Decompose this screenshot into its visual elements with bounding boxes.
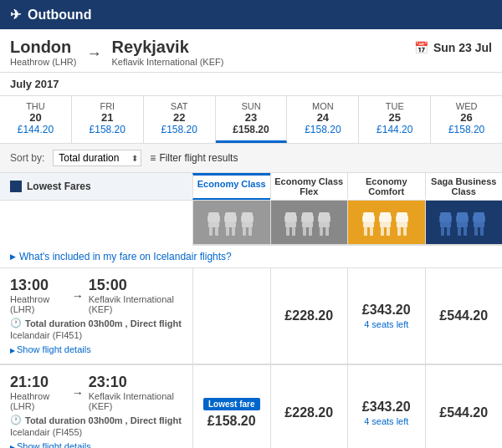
svg-rect-55 <box>440 222 451 227</box>
flight-airline-1: Icelandair (FI455) <box>10 427 184 437</box>
date-cell-20[interactable]: THU20£144.20 <box>0 96 72 143</box>
date-cell-22[interactable]: SAT22£158.20 <box>144 96 216 143</box>
fare-cell-1-2[interactable]: £343.204 seats left <box>347 365 425 448</box>
date-cell-23[interactable]: SUN23£158.20 <box>216 96 288 143</box>
date-cell-21[interactable]: FRI21£158.20 <box>72 96 144 143</box>
svg-rect-56 <box>441 227 444 236</box>
route-date: 📅 Sun 23 Jul <box>414 41 492 54</box>
flight-info-1: 21:10 Heathrow (LHR) → 23:10 Keflavik In… <box>0 365 192 448</box>
svg-rect-1 <box>208 222 219 227</box>
svg-rect-15 <box>248 227 252 236</box>
seat-images-row <box>192 201 502 246</box>
date-cell-24[interactable]: MON24£158.20 <box>287 96 359 143</box>
svg-rect-52 <box>396 216 397 222</box>
fare-class-header-0[interactable]: Economy Class <box>192 173 270 200</box>
svg-rect-49 <box>397 222 407 227</box>
svg-rect-33 <box>325 227 329 236</box>
svg-rect-8 <box>226 227 229 236</box>
svg-rect-51 <box>403 227 407 236</box>
flights-list: 13:00 Heathrow (LHR) → 15:00 Keflavik In… <box>0 268 502 448</box>
selected-date: Sun 23 Jul <box>433 41 492 54</box>
seat-svg-1 <box>284 206 334 239</box>
fare-price-1-3: £544.20 <box>439 405 488 420</box>
sort-select-wrap[interactable]: Total duration Price Departure time <box>53 150 141 166</box>
month-label: July 2017 <box>0 73 502 95</box>
fare-class-header-1[interactable]: Economy Class Flex <box>270 173 348 200</box>
svg-rect-38 <box>364 227 367 236</box>
lowest-fare-badge-1-0: Lowest fare <box>203 398 260 410</box>
origin: London Heathrow (LHR) <box>10 38 76 67</box>
svg-rect-10 <box>224 216 226 222</box>
svg-rect-23 <box>295 216 297 222</box>
svg-rect-9 <box>232 227 235 236</box>
flight-times-0: 13:00 Heathrow (LHR) → 15:00 Keflavik In… <box>10 277 184 314</box>
svg-rect-16 <box>241 216 243 222</box>
svg-rect-37 <box>363 222 374 227</box>
svg-rect-24 <box>302 212 313 222</box>
fare-seats-1-2: 4 seats left <box>364 416 408 426</box>
fare-info-link[interactable]: What's included in my fare on Icelandair… <box>10 251 492 262</box>
filter-label: Filter flight results <box>159 152 238 164</box>
fare-class-header-2[interactable]: Economy Comfort <box>347 173 425 200</box>
date-picker[interactable]: THU20£144.20FRI21£158.20SAT22£158.20SUN2… <box>0 95 502 144</box>
svg-rect-32 <box>320 227 323 236</box>
date-cell-25[interactable]: TUE25£144.20 <box>359 96 431 143</box>
show-details-link-1[interactable]: Show flight details <box>10 441 91 448</box>
page-title: Outbound <box>28 8 91 23</box>
sort-bar: Sort by: Total duration Price Departure … <box>0 144 502 173</box>
route-info: London Heathrow (LHR) → Reykjavik Keflav… <box>10 38 223 67</box>
origin-airport: Heathrow (LHR) <box>10 57 76 67</box>
svg-rect-20 <box>286 227 289 236</box>
svg-rect-47 <box>390 216 392 222</box>
destination: Reykjavik Keflavik International (KEF) <box>111 38 223 67</box>
svg-rect-3 <box>215 227 218 236</box>
svg-rect-40 <box>362 216 364 222</box>
svg-rect-48 <box>397 212 407 222</box>
svg-rect-36 <box>363 212 374 222</box>
fare-cell-0-3[interactable]: £544.20 <box>425 268 503 364</box>
seat-image-cell-3 <box>425 201 503 244</box>
lowest-fares-icon <box>10 181 22 192</box>
fare-cell-1-1[interactable]: £228.20 <box>270 365 348 448</box>
flight-row-1: 21:10 Heathrow (LHR) → 23:10 Keflavik In… <box>0 365 502 448</box>
svg-rect-60 <box>457 212 468 222</box>
lowest-fares-label-cell: Lowest Fares <box>0 173 192 200</box>
sort-select[interactable]: Total duration Price Departure time <box>53 150 141 166</box>
fare-price-0-2: £343.20 <box>362 303 411 318</box>
svg-rect-66 <box>474 212 484 222</box>
svg-rect-64 <box>456 216 458 222</box>
fare-class-headers: Economy ClassEconomy Class FlexEconomy C… <box>192 173 502 200</box>
fare-cell-0-1[interactable]: £228.20 <box>270 268 348 364</box>
svg-rect-29 <box>312 216 314 222</box>
arrive-time-0: 15:00 Keflavik International (KEF) <box>89 277 184 314</box>
svg-rect-59 <box>450 216 452 222</box>
seat-svg-3 <box>438 206 489 239</box>
fare-cell-1-0[interactable]: Lowest fare£158.20 <box>192 365 270 448</box>
fares-section-header: Lowest Fares Economy ClassEconomy Class … <box>0 173 502 201</box>
flight-meta-1: 🕐 Total duration 03h00m , Direct flight <box>10 415 184 425</box>
svg-rect-61 <box>457 222 468 227</box>
depart-time-1: 21:10 Heathrow (LHR) <box>10 374 67 411</box>
seat-svg-0 <box>207 206 257 239</box>
svg-rect-13 <box>242 222 253 227</box>
filter-icon: ≡ <box>150 152 156 164</box>
svg-rect-68 <box>474 227 478 236</box>
fare-price-1-2: £343.20 <box>362 400 411 415</box>
fare-cell-0-0 <box>192 268 270 364</box>
flight-arrow-0: → <box>72 289 84 303</box>
svg-rect-30 <box>319 212 330 222</box>
filter-button[interactable]: ≡ Filter flight results <box>150 152 238 164</box>
clock-icon-1: 🕐 <box>10 415 22 425</box>
show-details-link-0[interactable]: Show flight details <box>10 344 91 354</box>
svg-rect-46 <box>379 216 381 222</box>
destination-city: Reykjavik <box>111 38 223 57</box>
fare-cell-1-3[interactable]: £544.20 <box>425 365 503 448</box>
svg-rect-65 <box>467 216 469 222</box>
svg-rect-63 <box>464 227 467 236</box>
fare-cell-0-2[interactable]: £343.204 seats left <box>347 268 425 364</box>
arrive-time-1: 23:10 Keflavik International (KEF) <box>89 374 184 411</box>
seat-image-cell-0 <box>192 201 270 244</box>
date-cell-26[interactable]: WED26£158.20 <box>431 96 502 143</box>
fare-class-header-3[interactable]: Saga Business Class <box>425 173 503 200</box>
fare-price-0-1: £228.20 <box>284 308 333 323</box>
